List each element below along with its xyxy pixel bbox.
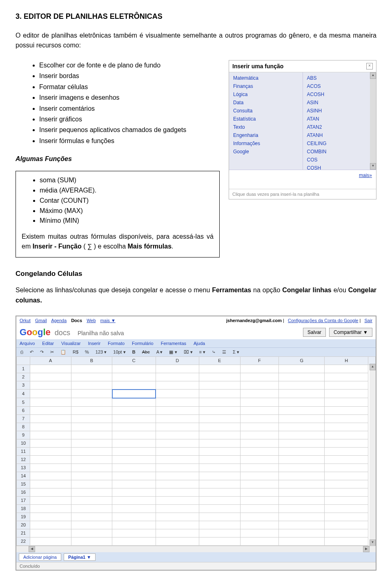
cell[interactable] (112, 521, 156, 529)
cell[interactable] (240, 537, 279, 545)
cell[interactable] (30, 365, 71, 373)
cell[interactable] (199, 513, 240, 521)
cell[interactable] (30, 373, 71, 381)
cell[interactable] (156, 455, 199, 464)
more-link[interactable]: mais» (359, 172, 372, 178)
wrap-button[interactable]: ☰ (220, 349, 228, 355)
cell[interactable] (240, 488, 279, 496)
cell[interactable] (156, 414, 199, 423)
cell[interactable] (30, 390, 71, 398)
cell[interactable] (240, 447, 279, 455)
cell[interactable] (279, 529, 325, 537)
function-name-item[interactable]: ATAN (303, 115, 376, 123)
row-header[interactable]: 13 (17, 464, 30, 472)
cell[interactable] (199, 529, 240, 537)
cell[interactable] (325, 496, 368, 504)
cell[interactable] (199, 381, 240, 390)
cell[interactable] (279, 423, 325, 431)
strikethrough-button[interactable]: Abc (140, 349, 151, 355)
cell[interactable] (112, 390, 156, 398)
paste-icon[interactable]: 📋 (59, 349, 68, 355)
cell[interactable] (279, 537, 325, 545)
row-header[interactable]: 16 (17, 488, 30, 496)
cell[interactable] (156, 431, 199, 439)
cell[interactable] (325, 504, 368, 513)
cell[interactable] (240, 455, 279, 464)
cell[interactable] (71, 488, 112, 496)
cell[interactable] (199, 455, 240, 464)
cell[interactable] (156, 537, 199, 545)
cell[interactable] (199, 496, 240, 504)
cell[interactable] (30, 431, 71, 439)
cell[interactable] (279, 513, 325, 521)
cell[interactable] (199, 488, 240, 496)
cell[interactable] (71, 414, 112, 423)
column-header[interactable]: A (30, 356, 71, 365)
cell[interactable] (199, 537, 240, 545)
cell[interactable] (279, 365, 325, 373)
cell[interactable] (30, 423, 71, 431)
cell[interactable] (240, 439, 279, 447)
topbar-link[interactable]: Sair (364, 318, 372, 323)
function-name-item[interactable]: ABS (303, 74, 376, 82)
cell[interactable] (156, 447, 199, 455)
cell[interactable] (71, 480, 112, 488)
cell[interactable] (112, 504, 156, 513)
row-header[interactable]: 19 (17, 513, 30, 521)
cell[interactable] (325, 414, 368, 423)
function-name-item[interactable]: ASIN (303, 99, 376, 107)
cell[interactable] (112, 480, 156, 488)
cell[interactable] (325, 488, 368, 496)
cell[interactable] (71, 529, 112, 537)
merge-button[interactable]: ⤷ (210, 349, 217, 355)
font-size-button[interactable]: 10pt ▾ (111, 349, 127, 355)
scroll-right-icon[interactable]: ▶ (363, 546, 370, 552)
cell[interactable] (279, 488, 325, 496)
cell[interactable] (240, 472, 279, 480)
cell[interactable] (112, 447, 156, 455)
cell[interactable] (199, 439, 240, 447)
cell[interactable] (199, 472, 240, 480)
cell[interactable] (30, 472, 71, 480)
cell[interactable] (112, 365, 156, 373)
cell[interactable] (30, 521, 71, 529)
cell[interactable] (240, 431, 279, 439)
menu-item[interactable]: Inserir (88, 341, 101, 346)
cell[interactable] (199, 447, 240, 455)
scrollbar[interactable]: ▲ ▼ (370, 72, 376, 170)
cell[interactable] (156, 496, 199, 504)
cell[interactable] (240, 464, 279, 472)
cell[interactable] (279, 390, 325, 398)
row-header[interactable]: 21 (17, 529, 30, 537)
cell[interactable] (30, 529, 71, 537)
cell[interactable] (240, 381, 279, 390)
row-header[interactable]: 14 (17, 472, 30, 480)
cell[interactable] (279, 447, 325, 455)
cell[interactable] (279, 464, 325, 472)
cell[interactable] (156, 513, 199, 521)
cell[interactable] (112, 373, 156, 381)
cell[interactable] (325, 439, 368, 447)
redo-icon[interactable]: ↷ (38, 349, 45, 355)
cell[interactable] (240, 504, 279, 513)
cell[interactable] (279, 455, 325, 464)
cell[interactable] (71, 381, 112, 390)
function-name-item[interactable]: ATANH (303, 131, 376, 139)
cell[interactable] (240, 398, 279, 407)
cell[interactable] (112, 431, 156, 439)
cell[interactable] (156, 373, 199, 381)
cell[interactable] (156, 521, 199, 529)
scroll-down-icon[interactable]: ▼ (370, 163, 376, 170)
cell[interactable] (71, 464, 112, 472)
scroll-left-icon[interactable]: ◀ (29, 546, 35, 552)
category-item[interactable]: Matemática (229, 74, 303, 82)
cell[interactable] (240, 365, 279, 373)
cell[interactable] (30, 414, 71, 423)
cell[interactable] (240, 521, 279, 529)
function-name-item[interactable]: COS (303, 156, 376, 164)
cell[interactable] (71, 472, 112, 480)
cell[interactable] (71, 439, 112, 447)
row-header[interactable]: 3 (17, 381, 30, 390)
cell[interactable] (325, 521, 368, 529)
cell[interactable] (240, 390, 279, 398)
